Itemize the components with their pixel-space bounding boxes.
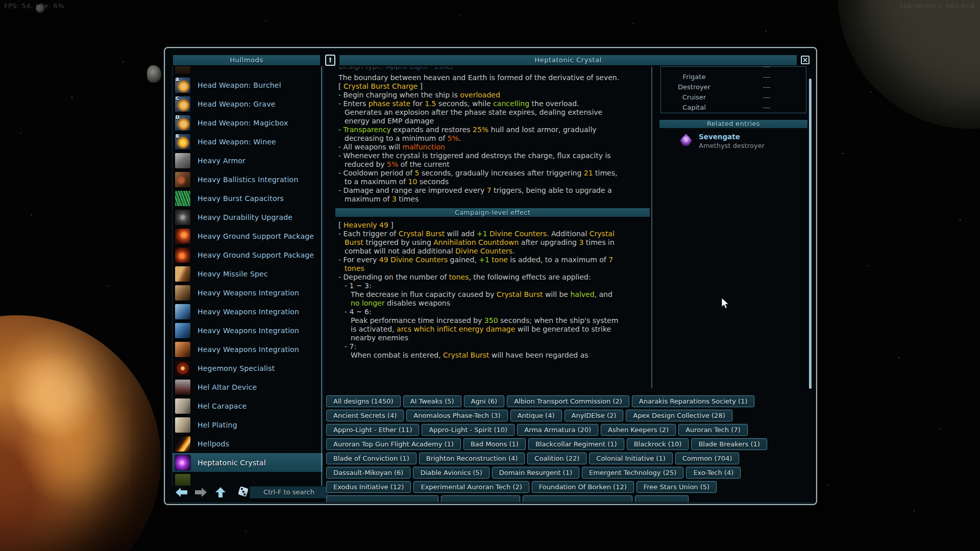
filter-button[interactable]: Colonial Initiative (1)	[589, 453, 672, 464]
text-segment: the overload.	[529, 99, 579, 108]
sidebar-item[interactable]: Heavy Ground Support Package	[173, 227, 323, 245]
sidebar-item[interactable]: BHead Weapon: Winee	[173, 132, 323, 151]
filter-button[interactable]: Coalition (22)	[527, 453, 586, 464]
text-segment: decreasing to a minimum of	[345, 134, 448, 142]
sidebar-scrollbar[interactable]	[321, 66, 322, 486]
ship-class-label: Capital	[661, 104, 727, 111]
sidebar-item[interactable]: Heavy Ballistics Integration	[173, 170, 323, 189]
sidebar-item[interactable]: CHead Weapon: Grave	[173, 94, 323, 113]
filter-button[interactable]: Free Stars Union (5)	[636, 481, 717, 493]
sidebar-item[interactable]: Heavy Weapons Integration	[173, 321, 323, 340]
text-segment: Peak performance time increased by	[351, 316, 484, 324]
sidebar-item[interactable]: Hegemony Specialist	[173, 359, 323, 378]
forward-arrow-icon[interactable]	[194, 487, 207, 498]
planet-dark	[838, 0, 980, 129]
filter-button[interactable]: Arma Armatura (20)	[517, 424, 598, 436]
text-segment: maximum of	[345, 195, 392, 203]
filter-button[interactable]: Blade Breakers (1)	[691, 438, 767, 450]
window-bottom-divider	[168, 503, 813, 503]
filter-button[interactable]: AnyIDElse (2)	[565, 410, 624, 421]
sidebar-item[interactable]: Heavy Weapons Integration	[173, 302, 323, 321]
sidebar-item[interactable]: Heptatonic Crystal	[173, 453, 323, 472]
content-line: - 1 ~ 3:	[338, 282, 650, 290]
sidebar-item[interactable]: Heavy Burst Capacitors	[173, 189, 323, 208]
text-segment: 1.5	[425, 99, 436, 108]
content-line: The decrease in flux capacity caused by …	[338, 290, 650, 299]
sidebar-item[interactable]: DHead Weapon: Magicbox	[173, 113, 323, 132]
filter-button[interactable]: Blackrock (10)	[627, 438, 689, 450]
right-panel-scrollbar[interactable]	[809, 79, 812, 389]
back-arrow-icon[interactable]	[175, 487, 188, 498]
filter-button[interactable]: Anomalous Phase-Tech (3)	[406, 410, 507, 421]
filter-button[interactable]: Ashen Keepers (2)	[601, 424, 676, 436]
filter-button[interactable]: Bad Moons (1)	[463, 438, 526, 450]
text-segment: 5%	[448, 134, 459, 142]
filter-button[interactable]: Domain Resurgent (1)	[492, 467, 579, 479]
filter-button[interactable]: Common (704)	[675, 453, 740, 464]
sidebar-item[interactable]: Hel Plating	[173, 415, 323, 434]
close-button[interactable]	[801, 56, 810, 64]
filter-button[interactable]: Agni (6)	[464, 395, 505, 407]
random-entry-dice-icon[interactable]	[238, 486, 249, 497]
filter-button[interactable]: Albion Transport Commission (2)	[507, 395, 629, 407]
filter-button[interactable]: Appro-Light - Spirit (10)	[422, 424, 514, 436]
filter-button[interactable]: Auroran Top Gun Flight Academy (1)	[326, 438, 461, 450]
filter-button[interactable]: Emergent Technology (25)	[582, 467, 683, 479]
sidebar-item[interactable]: Heavy Durability Upgrade	[173, 208, 323, 227]
text-segment: to a maximum of	[345, 178, 408, 186]
filter-button[interactable]: Exo-Tech (4)	[686, 467, 741, 479]
hullmod-label: Heavy Ground Support Package	[198, 232, 314, 240]
filter-button[interactable]: Blade of Conviction (1)	[326, 453, 416, 464]
text-segment: - All weapons will	[338, 143, 403, 151]
sidebar-item[interactable]: Heavy Weapons Integration	[173, 283, 323, 302]
text-segment: reduced by	[345, 160, 387, 168]
hullmod-label: Hel Plating	[198, 421, 237, 429]
filter-button-clipped[interactable]	[635, 495, 689, 502]
sidebar-item[interactable]: Heavy Weapons Integration	[173, 340, 323, 359]
sidebar-item[interactable]: Heavy Ground Support Package	[173, 245, 323, 264]
filter-button-clipped[interactable]	[326, 495, 438, 502]
sidebar-item[interactable]: Hel Carapace	[173, 396, 323, 415]
filter-button[interactable]: Blackcollar Regiment (1)	[528, 438, 624, 450]
text-segment: Crystal	[590, 230, 615, 238]
hullmod-icon	[175, 285, 190, 300]
filter-button[interactable]: Diable Avionics (5)	[413, 467, 489, 479]
filter-button[interactable]: Dassault-Mikoyan (6)	[326, 467, 410, 479]
filter-button-clipped[interactable]	[523, 495, 632, 502]
filter-button[interactable]: Brighton Reconstruction (4)	[419, 453, 525, 464]
sidebar-item[interactable]	[173, 66, 323, 76]
campaign-text-block: [ Heavenly 49 ]- Each trigger of Crystal…	[338, 221, 650, 360]
up-arrow-icon[interactable]	[215, 487, 226, 498]
sidebar-item[interactable]: Hellpods	[173, 434, 323, 453]
filter-button[interactable]: Exodus Initiative (12)	[326, 481, 411, 493]
text-segment: Crystal Burst	[497, 290, 543, 298]
filter-button[interactable]: Foundation Of Borken (12)	[532, 481, 634, 493]
text-segment: is activated,	[351, 325, 397, 333]
hullmod-icon	[175, 66, 190, 74]
filter-button[interactable]: Antique (4)	[510, 410, 562, 421]
filter-button[interactable]: Appro-Light - Ether (11)	[326, 424, 419, 436]
content-line: - Enters phase state for 1.5 seconds, wh…	[338, 99, 650, 108]
filter-button[interactable]: Ancient Secrets (4)	[326, 410, 404, 421]
search-hint-box[interactable]: Ctrl-F to search	[250, 486, 328, 498]
content-scrollbar[interactable]	[651, 67, 652, 388]
sidebar-item[interactable]: Heavy Missile Spec	[173, 264, 323, 283]
sidebar-item[interactable]: Heavy Armor	[173, 151, 323, 170]
text-segment: gained,	[448, 256, 479, 264]
sidebar-item[interactable]	[173, 472, 323, 486]
sidebar-item[interactable]: AHead Weapon: Burchel	[173, 76, 323, 94]
filter-button[interactable]: All designs (1450)	[326, 395, 401, 407]
filter-button-clipped[interactable]	[441, 495, 520, 502]
alert-icon[interactable]: !	[325, 55, 335, 66]
filter-button[interactable]: Apex Design Collective (28)	[626, 410, 732, 421]
sidebar-item[interactable]: Hel Altar Device	[173, 378, 323, 396]
filter-button[interactable]: Experimental Auroran Tech (2)	[413, 481, 529, 493]
related-entry[interactable]: SevengateAmethyst destroyer	[659, 131, 807, 152]
ship-class-value: ---	[763, 66, 770, 70]
content-line: energy and EMP damage	[338, 117, 650, 126]
filter-button[interactable]: AI Tweaks (5)	[403, 395, 461, 407]
version-label: Starsector 0.98a-RC8	[899, 2, 975, 10]
filter-button[interactable]: Auroran Tech (7)	[678, 424, 748, 436]
filter-button[interactable]: Anarakis Reparations Society (1)	[632, 395, 755, 407]
text-segment: tones	[345, 264, 364, 272]
